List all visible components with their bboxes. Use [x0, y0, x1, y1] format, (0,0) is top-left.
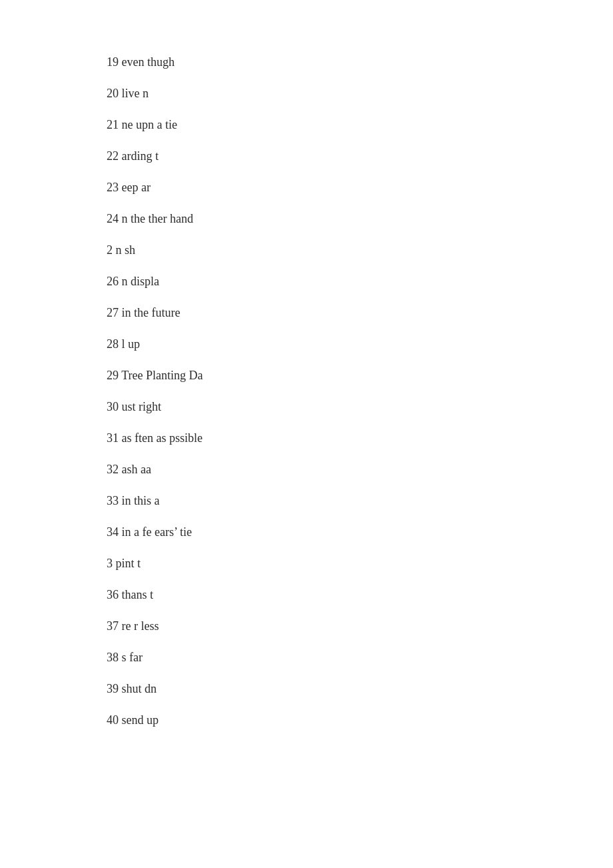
list-item: 23 eep ar [107, 179, 613, 197]
list-item: 27 in the future [107, 304, 613, 322]
list-item: 29 Tree Planting Da [107, 367, 613, 385]
list-item: 28 l up [107, 335, 613, 353]
list-item: 30 ust right [107, 398, 613, 416]
list-item: 26 n displa [107, 273, 613, 291]
list-item: 21 ne upn a tie [107, 116, 613, 134]
list-item: 20 live n [107, 85, 613, 103]
list-item: 31 as ften as pssible [107, 429, 613, 447]
list-item: 37 re r less [107, 617, 613, 635]
list-item: 22 arding t [107, 147, 613, 165]
list-item: 32 ash aa [107, 461, 613, 479]
list-item: 2 n sh [107, 241, 613, 259]
list-item: 34 in a fe ears’ tie [107, 523, 613, 541]
list-item: 3 pint t [107, 555, 613, 573]
list-item: 19 even thugh [107, 53, 613, 71]
list-item: 24 n the ther hand [107, 210, 613, 228]
list-item: 36 thans t [107, 586, 613, 604]
list-item: 38 s far [107, 649, 613, 667]
list-item: 33 in this a [107, 492, 613, 510]
list-item: 40 send up [107, 711, 613, 729]
list-item: 39 shut dn [107, 680, 613, 698]
main-list: 19 even thugh20 live n21 ne upn a tie22 … [0, 0, 613, 796]
